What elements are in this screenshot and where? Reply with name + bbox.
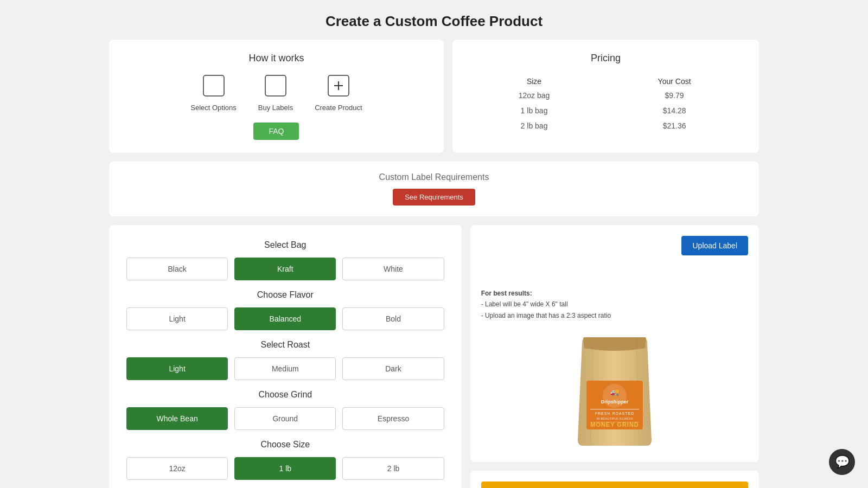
requirements-title: Custom Label Requirements	[120, 172, 748, 182]
pricing-table: Size Your Cost 12oz bag $9.79 1 lb bag $…	[465, 75, 746, 133]
chat-icon: 💬	[835, 455, 850, 469]
size-1lb-button[interactable]: 1 lb	[234, 457, 336, 480]
grind-whole-bean-button[interactable]: Whole Bean	[126, 407, 228, 430]
select-options-icon: 🖐	[203, 75, 225, 99]
flavor-light-button[interactable]: Light	[126, 307, 228, 330]
svg-text:MONEY GRIND: MONEY GRIND	[590, 421, 639, 428]
choose-size-title: Choose Size	[126, 440, 444, 450]
how-it-works-title: How it works	[122, 53, 431, 64]
page-title: Create a Custom Coffee Product	[109, 0, 759, 40]
choose-flavor-group: Choose Flavor Light Balanced Bold	[126, 290, 444, 330]
svg-text:💵: 💵	[269, 80, 282, 93]
faq-button[interactable]: FAQ	[253, 123, 299, 140]
coffee-bag-svg: 🚚 Dripshipper FRESH ROASTED IN BEAUTIFUL…	[571, 326, 658, 451]
choose-size-options: 12oz 1 lb 2 lb	[126, 457, 444, 480]
create-product-icon	[328, 75, 349, 99]
upload-label-button[interactable]: Upload Label	[681, 236, 748, 255]
pricing-cost-3: $21.36	[603, 118, 746, 133]
best-results-item-1: - Label will be 4" wide X 6" tall	[481, 300, 568, 308]
grind-ground-button[interactable]: Ground	[234, 407, 336, 430]
create-product-card: Create Product	[470, 471, 759, 488]
select-roast-group: Select Roast Light Medium Dark	[126, 340, 444, 380]
size-2lb-button[interactable]: 2 lb	[342, 457, 444, 480]
pricing-col-size: Size	[465, 75, 603, 88]
pricing-size-3: 2 lb bag	[465, 118, 603, 133]
svg-text:FRESH ROASTED: FRESH ROASTED	[595, 412, 635, 415]
bag-kraft-button[interactable]: Kraft	[234, 258, 336, 280]
grind-espresso-button[interactable]: Espresso	[342, 407, 444, 430]
how-it-works-card: How it works 🖐 Select Options	[109, 40, 444, 153]
roast-medium-button[interactable]: Medium	[234, 357, 336, 380]
bag-black-button[interactable]: Black	[126, 258, 228, 280]
choose-flavor-options: Light Balanced Bold	[126, 307, 444, 330]
see-requirements-button[interactable]: See Requirements	[393, 189, 475, 206]
choose-size-group: Choose Size 12oz 1 lb 2 lb	[126, 440, 444, 480]
pricing-cost-1: $9.79	[603, 88, 746, 103]
choose-flavor-title: Choose Flavor	[126, 290, 444, 300]
step-create-product: Create Product	[315, 75, 362, 112]
choose-grind-options: Whole Bean Ground Espresso	[126, 407, 444, 430]
pricing-row-2: 1 lb bag $14.28	[465, 103, 746, 118]
create-product-button[interactable]: Create Product	[481, 481, 748, 488]
preview-column: Upload Label For best results: - Label w…	[470, 225, 759, 488]
best-results-title: For best results:	[481, 290, 532, 297]
select-bag-options: Black Kraft White	[126, 258, 444, 280]
bag-white-button[interactable]: White	[342, 258, 444, 280]
select-options-card: Select Bag Black Kraft White Choose Flav…	[109, 225, 462, 488]
step-create-product-label: Create Product	[315, 104, 362, 112]
bag-preview: 🚚 Dripshipper FRESH ROASTED IN BEAUTIFUL…	[481, 326, 748, 451]
flavor-balanced-button[interactable]: Balanced	[234, 307, 336, 330]
choose-grind-group: Choose Grind Whole Bean Ground Espresso	[126, 390, 444, 430]
pricing-size-1: 12oz bag	[465, 88, 603, 103]
svg-text:🚚: 🚚	[610, 387, 620, 396]
svg-text:IN BEAUTIFUL ILLINOIS: IN BEAUTIFUL ILLINOIS	[596, 417, 633, 420]
requirements-card: Custom Label Requirements See Requiremen…	[109, 162, 759, 216]
step-buy-labels-label: Buy Labels	[258, 104, 293, 112]
select-bag-title: Select Bag	[126, 240, 444, 250]
chat-bubble-button[interactable]: 💬	[829, 449, 855, 475]
svg-rect-0	[203, 75, 224, 96]
pricing-title: Pricing	[465, 53, 746, 64]
pricing-row-1: 12oz bag $9.79	[465, 88, 746, 103]
select-bag-group: Select Bag Black Kraft White	[126, 240, 444, 280]
pricing-col-cost: Your Cost	[603, 75, 746, 88]
pricing-row-3: 2 lb bag $21.36	[465, 118, 746, 133]
best-results-text: For best results: - Label will be 4" wid…	[481, 288, 748, 321]
buy-labels-icon: 💵	[265, 75, 286, 99]
preview-card: Upload Label For best results: - Label w…	[470, 225, 759, 462]
step-select-options: 🖐 Select Options	[190, 75, 237, 112]
choose-grind-title: Choose Grind	[126, 390, 444, 400]
svg-text:Dripshipper: Dripshipper	[601, 399, 629, 404]
svg-text:🖐: 🖐	[206, 79, 221, 93]
pricing-size-2: 1 lb bag	[465, 103, 603, 118]
svg-rect-13	[590, 409, 639, 410]
pricing-card: Pricing Size Your Cost 12oz bag $9.79 1 …	[452, 40, 759, 153]
best-results-item-2: - Upload an image that has a 2:3 aspect …	[481, 312, 611, 319]
svg-rect-2	[265, 75, 286, 96]
roast-light-button[interactable]: Light	[126, 357, 228, 380]
roast-dark-button[interactable]: Dark	[342, 357, 444, 380]
select-roast-title: Select Roast	[126, 340, 444, 350]
step-buy-labels: 💵 Buy Labels	[258, 75, 293, 112]
flavor-bold-button[interactable]: Bold	[342, 307, 444, 330]
steps-row: 🖐 Select Options 💵 Buy Labels	[122, 75, 431, 112]
pricing-cost-2: $14.28	[603, 103, 746, 118]
select-roast-options: Light Medium Dark	[126, 357, 444, 380]
size-12oz-button[interactable]: 12oz	[126, 457, 228, 480]
step-select-options-label: Select Options	[190, 104, 237, 112]
